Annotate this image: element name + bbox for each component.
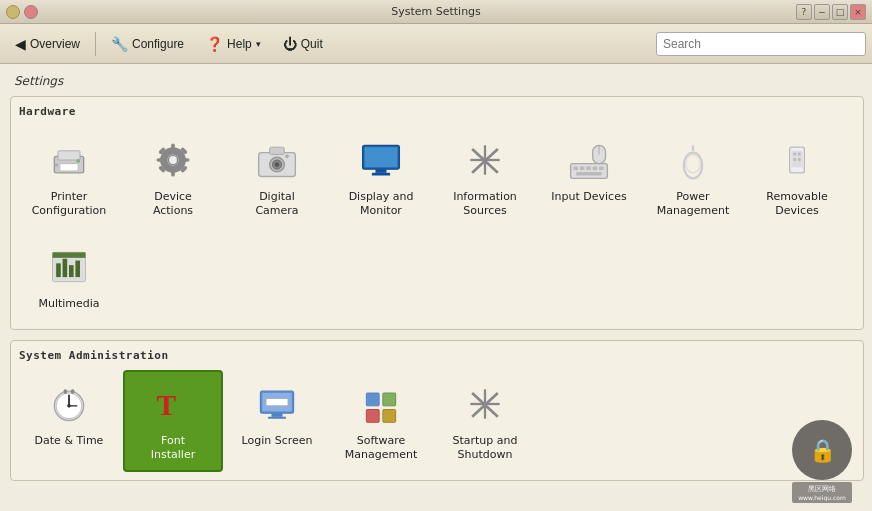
svg-rect-1	[58, 151, 80, 160]
svg-rect-8	[171, 169, 175, 176]
datetime-item[interactable]: Date & Time	[19, 370, 119, 473]
software-mgmt-item[interactable]: SoftwareManagement	[331, 370, 431, 473]
input-devices-label: Input Devices	[551, 190, 626, 204]
digital-camera-item[interactable]: DigitalCamera	[227, 126, 327, 229]
power-mgmt-icon	[669, 136, 717, 184]
hardware-section-title: Hardware	[19, 105, 855, 118]
svg-rect-29	[571, 164, 608, 179]
input-devices-item[interactable]: Input Devices	[539, 126, 639, 229]
removable-devices-item[interactable]: RemovableDevices	[747, 126, 847, 229]
svg-rect-69	[383, 409, 396, 422]
svg-rect-35	[576, 172, 602, 176]
svg-point-57	[67, 404, 71, 408]
svg-rect-43	[793, 153, 796, 156]
sys-admin-items-grid: Date & Time T FontInstaller	[19, 370, 855, 473]
maximize-btn[interactable]: □	[832, 4, 848, 20]
input-devices-icon	[565, 136, 613, 184]
startup-shutdown-item[interactable]: Startup andShutdown	[435, 370, 535, 473]
svg-rect-32	[586, 166, 591, 170]
svg-rect-33	[593, 166, 598, 170]
svg-rect-48	[53, 252, 86, 258]
svg-rect-46	[798, 158, 801, 161]
overview-label: Overview	[30, 37, 80, 51]
svg-rect-42	[792, 151, 803, 168]
quit-icon: ⏻	[283, 36, 297, 52]
help-label: Help	[227, 37, 252, 51]
app-icon	[6, 5, 20, 19]
close-btn[interactable]	[24, 5, 38, 19]
hardware-section: Hardware PrinterConfiguration	[10, 96, 864, 330]
svg-rect-10	[182, 158, 189, 162]
software-mgmt-icon	[357, 380, 405, 428]
svg-rect-24	[372, 173, 390, 176]
svg-point-20	[285, 155, 289, 159]
svg-rect-63	[266, 398, 288, 405]
svg-rect-34	[599, 166, 604, 170]
svg-rect-50	[63, 258, 68, 276]
svg-rect-51	[69, 265, 74, 277]
camera-icon	[253, 136, 301, 184]
configure-icon: 🔧	[111, 36, 128, 52]
search-input[interactable]	[656, 32, 866, 56]
svg-rect-2	[60, 164, 78, 171]
breadcrumb: Settings	[6, 70, 872, 96]
device-actions-item[interactable]: DeviceActions	[123, 126, 223, 229]
svg-rect-9	[157, 158, 164, 162]
svg-rect-7	[171, 144, 175, 151]
svg-rect-64	[272, 413, 283, 417]
printer-configuration-item[interactable]: PrinterConfiguration	[19, 126, 119, 229]
printer-icon	[45, 136, 93, 184]
svg-rect-58	[64, 389, 68, 394]
svg-rect-49	[56, 263, 61, 277]
title-bar: System Settings ? − □ ×	[0, 0, 872, 24]
info-sources-label: InformationSources	[453, 190, 517, 219]
power-mgmt-item[interactable]: PowerManagement	[643, 126, 743, 229]
svg-rect-22	[365, 147, 398, 167]
multimedia-item[interactable]: Multimedia	[19, 233, 119, 321]
printer-configuration-label: PrinterConfiguration	[32, 190, 107, 219]
overview-button[interactable]: ◀ Overview	[6, 31, 89, 57]
multimedia-label: Multimedia	[38, 297, 99, 311]
info-sources-item[interactable]: InformationSources	[435, 126, 535, 229]
title-bar-left	[6, 5, 38, 19]
datetime-icon	[45, 380, 93, 428]
startup-shutdown-label: Startup andShutdown	[452, 434, 517, 463]
svg-point-3	[76, 159, 80, 163]
svg-point-39	[686, 155, 701, 173]
font-installer-icon: T	[149, 380, 197, 428]
removable-devices-label: RemovableDevices	[766, 190, 827, 219]
svg-point-38	[684, 153, 702, 179]
login-screen-icon	[253, 380, 301, 428]
monitor-icon	[357, 136, 405, 184]
sys-admin-section: System Administration Date & Time	[10, 340, 864, 482]
font-installer-item[interactable]: T FontInstaller	[123, 370, 223, 473]
toolbar: ◀ Overview 🔧 Configure ❓ Help ▾ ⏻ Quit	[0, 24, 872, 64]
font-installer-label: FontInstaller	[151, 434, 195, 463]
svg-rect-66	[366, 393, 379, 406]
svg-text:T: T	[157, 389, 177, 421]
svg-rect-31	[580, 166, 585, 170]
hardware-items-grid: PrinterConfiguration	[19, 126, 855, 321]
display-monitor-item[interactable]: Display andMonitor	[331, 126, 431, 229]
minimize-btn[interactable]: −	[814, 4, 830, 20]
help-button[interactable]: ❓ Help ▾	[197, 31, 270, 57]
svg-rect-68	[366, 409, 379, 422]
gear-icon	[149, 136, 197, 184]
software-mgmt-label: SoftwareManagement	[345, 434, 417, 463]
login-screen-item[interactable]: Login Screen	[227, 370, 327, 473]
removable-devices-icon	[773, 136, 821, 184]
svg-rect-16	[270, 147, 285, 154]
close-window-btn[interactable]: ×	[850, 4, 866, 20]
back-arrow-icon: ◀	[15, 36, 26, 52]
dropdown-arrow-icon: ▾	[256, 39, 261, 49]
digital-camera-label: DigitalCamera	[255, 190, 298, 219]
display-monitor-label: Display andMonitor	[349, 190, 414, 219]
svg-rect-59	[71, 389, 75, 394]
datetime-label: Date & Time	[35, 434, 104, 448]
svg-rect-52	[75, 260, 80, 277]
quit-button[interactable]: ⏻ Quit	[274, 31, 332, 57]
window-title: System Settings	[391, 5, 481, 18]
help-ctrl-btn[interactable]: ?	[796, 4, 812, 20]
svg-rect-45	[793, 158, 796, 161]
configure-button[interactable]: 🔧 Configure	[102, 31, 193, 57]
